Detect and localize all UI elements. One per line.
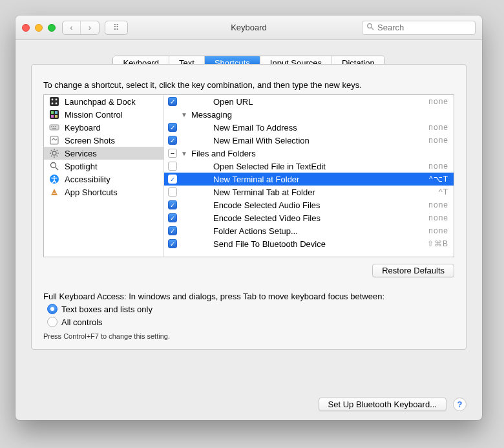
checkbox[interactable]: ✓: [168, 175, 177, 184]
service-row[interactable]: ▼Messaging: [164, 108, 454, 121]
sidebar-item-mission-control[interactable]: Mission Control: [44, 108, 163, 121]
shortcuts-panel: To change a shortcut, select it, click t…: [31, 64, 467, 350]
sidebar-item-app-shortcuts[interactable]: App Shortcuts: [44, 186, 163, 198]
shortcut-label: none: [428, 136, 448, 145]
checkbox[interactable]: [168, 187, 177, 197]
fka-option[interactable]: All controls: [43, 317, 454, 327]
service-row[interactable]: ✓Encode Selected Video Filesnone: [164, 211, 454, 224]
service-row[interactable]: −▼Files and Folders: [164, 147, 454, 160]
service-label: Messaging: [191, 110, 448, 120]
service-label: Folder Actions Setup...: [191, 226, 425, 236]
svg-rect-8: [51, 111, 54, 114]
close-icon[interactable]: [22, 24, 30, 32]
fka-heading: Full Keyboard Access: In windows and dia…: [43, 292, 454, 301]
full-keyboard-access: Full Keyboard Access: In windows and dia…: [43, 292, 454, 340]
sidebar-item-label: Spotlight: [65, 162, 98, 171]
sidebar-item-keyboard[interactable]: Keyboard: [44, 121, 163, 134]
svg-point-4: [56, 99, 58, 101]
service-row[interactable]: ✓New Terminal at Folder^⌥T: [164, 173, 454, 186]
shortcut-label: ⇧⌘B: [427, 239, 448, 248]
service-row[interactable]: ✓Encode Selected Audio Filesnone: [164, 198, 454, 211]
service-row[interactable]: ✓New Email To Addressnone: [164, 121, 454, 134]
shortcut-label: none: [428, 200, 448, 209]
back-button[interactable]: ‹: [63, 21, 81, 34]
gear-icon: [49, 148, 59, 158]
disclosure-triangle-icon[interactable]: ▼: [181, 111, 187, 118]
checkbox[interactable]: ✓: [168, 123, 177, 132]
spotlight-icon: [49, 161, 59, 171]
service-row[interactable]: ✓Folder Actions Setup...none: [164, 224, 454, 237]
nav-segmented: ‹ ›: [62, 21, 100, 35]
svg-line-25: [57, 150, 58, 151]
svg-point-5: [52, 103, 54, 105]
svg-point-18: [52, 151, 56, 155]
titlebar: ‹ › ⠿ Keyboard: [16, 16, 482, 40]
svg-point-27: [51, 163, 56, 168]
services-list: ✓Open URLnone▼Messaging✓New Email To Add…: [164, 95, 454, 257]
keyboard-icon: [49, 122, 59, 133]
checkbox[interactable]: ✓: [168, 213, 177, 222]
footer: Set Up Bluetooth Keyboard... ?: [31, 389, 467, 411]
svg-rect-10: [51, 115, 54, 118]
show-all-button[interactable]: ⠿: [105, 21, 128, 35]
shortcut-label: ^T: [439, 187, 448, 197]
svg-rect-13: [51, 126, 52, 127]
content-area: KeyboardTextShortcutsInput SourcesDictat…: [16, 40, 482, 420]
disclosure-triangle-icon[interactable]: ▼: [181, 150, 187, 157]
search-input[interactable]: [377, 23, 471, 32]
sidebar-item-launchpad-dock[interactable]: Launchpad & Dock: [44, 95, 163, 108]
sidebar-item-label: Keyboard: [65, 123, 101, 133]
maximize-icon[interactable]: [48, 24, 56, 32]
svg-point-0: [368, 24, 372, 28]
service-label: New Email To Address: [191, 123, 425, 133]
mission-control-icon: [49, 109, 59, 120]
checkbox[interactable]: ✓: [168, 136, 177, 145]
checkbox[interactable]: ✓: [168, 239, 177, 248]
sidebar-item-screen-shots[interactable]: Screen Shots: [44, 134, 163, 147]
sidebar-item-label: Mission Control: [65, 110, 123, 120]
svg-line-28: [56, 167, 58, 170]
service-label: Open Selected File in TextEdit: [191, 162, 425, 171]
fka-option[interactable]: Text boxes and lists only: [43, 304, 454, 314]
service-label: Open URL: [191, 97, 425, 107]
launchpad-icon: [49, 96, 59, 107]
service-label: Encode Selected Audio Files: [191, 200, 425, 210]
checkbox[interactable]: ✓: [168, 200, 177, 209]
sidebar-item-accessibility[interactable]: Accessibility: [44, 173, 163, 186]
service-label: New Terminal at Folder: [191, 175, 425, 184]
svg-point-30: [54, 176, 56, 178]
sidebar-item-spotlight[interactable]: Spotlight: [44, 160, 163, 173]
service-row[interactable]: ✓New Email With Selectionnone: [164, 134, 454, 147]
svg-rect-2: [50, 97, 59, 106]
service-row[interactable]: ✓Open URLnone: [164, 95, 454, 108]
svg-rect-9: [55, 111, 58, 114]
svg-point-3: [52, 99, 54, 101]
forward-button[interactable]: ›: [81, 21, 99, 34]
svg-line-23: [51, 150, 52, 151]
search-icon: [366, 23, 374, 32]
svg-rect-11: [55, 115, 58, 118]
sidebar-item-label: Screen Shots: [65, 136, 115, 145]
checkbox[interactable]: ✓: [168, 97, 177, 106]
radio-button[interactable]: [47, 304, 58, 314]
sidebar-item-label: App Shortcuts: [65, 187, 118, 197]
search-field[interactable]: [362, 21, 476, 35]
collapse-button[interactable]: −: [168, 149, 177, 158]
service-row[interactable]: ✓Send File To Bluetooth Device⇧⌘B: [164, 237, 454, 250]
radio-button[interactable]: [47, 317, 58, 327]
sidebar-item-services[interactable]: Services: [44, 147, 163, 160]
minimize-icon[interactable]: [35, 24, 43, 32]
help-button[interactable]: ?: [453, 398, 467, 411]
checkbox[interactable]: ✓: [168, 226, 177, 235]
bluetooth-keyboard-button[interactable]: Set Up Bluetooth Keyboard...: [319, 398, 446, 411]
sidebar-item-label: Launchpad & Dock: [65, 97, 136, 107]
checkbox[interactable]: [168, 162, 177, 171]
service-label: New Email With Selection: [191, 136, 425, 145]
restore-defaults-button[interactable]: Restore Defaults: [372, 264, 454, 277]
service-row[interactable]: New Terminal Tab at Folder^T: [164, 186, 454, 198]
radio-label: All controls: [61, 317, 103, 327]
preferences-window: ‹ › ⠿ Keyboard KeyboardTextShortcutsInpu…: [16, 16, 482, 420]
accessibility-icon: [49, 174, 59, 184]
shortcut-label: none: [428, 97, 448, 106]
service-row[interactable]: Open Selected File in TextEditnone: [164, 160, 454, 173]
